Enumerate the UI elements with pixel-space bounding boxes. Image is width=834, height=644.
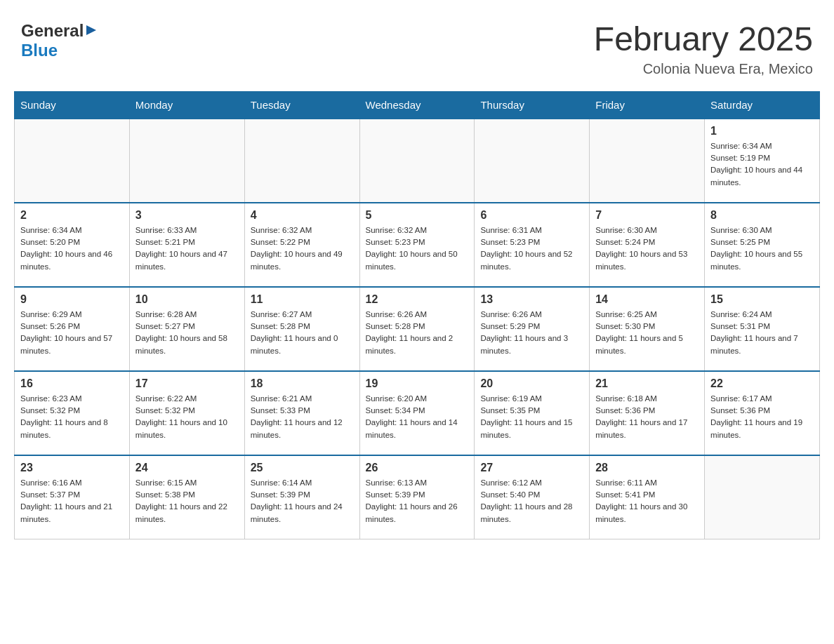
calendar-day-cell: 21Sunrise: 6:18 AM Sunset: 5:36 PM Dayli… — [590, 371, 705, 455]
logo-general-text: General — [21, 21, 84, 41]
calendar-day-cell: 5Sunrise: 6:32 AM Sunset: 5:23 PM Daylig… — [359, 203, 475, 287]
day-info: Sunrise: 6:33 AM Sunset: 5:21 PM Dayligh… — [135, 224, 239, 273]
day-info: Sunrise: 6:15 AM Sunset: 5:38 PM Dayligh… — [135, 477, 239, 525]
day-info: Sunrise: 6:32 AM Sunset: 5:22 PM Dayligh… — [251, 224, 354, 273]
day-info: Sunrise: 6:26 AM Sunset: 5:29 PM Dayligh… — [480, 309, 583, 357]
calendar-day-cell — [359, 119, 475, 203]
calendar-week-row: 23Sunrise: 6:16 AM Sunset: 5:37 PM Dayli… — [15, 455, 820, 539]
calendar-week-row: 16Sunrise: 6:23 AM Sunset: 5:32 PM Dayli… — [15, 371, 820, 455]
day-info: Sunrise: 6:34 AM Sunset: 5:20 PM Dayligh… — [20, 224, 124, 273]
day-info: Sunrise: 6:27 AM Sunset: 5:28 PM Dayligh… — [251, 309, 354, 357]
calendar-week-row: 1Sunrise: 6:34 AM Sunset: 5:19 PM Daylig… — [15, 119, 820, 203]
calendar-day-header: Tuesday — [244, 91, 359, 119]
day-info: Sunrise: 6:17 AM Sunset: 5:36 PM Dayligh… — [710, 393, 814, 441]
day-info: Sunrise: 6:30 AM Sunset: 5:25 PM Dayligh… — [710, 224, 814, 273]
day-number: 20 — [480, 377, 583, 390]
day-info: Sunrise: 6:20 AM Sunset: 5:34 PM Dayligh… — [366, 393, 469, 441]
day-info: Sunrise: 6:12 AM Sunset: 5:40 PM Dayligh… — [480, 477, 583, 525]
day-info: Sunrise: 6:26 AM Sunset: 5:28 PM Dayligh… — [366, 309, 469, 357]
day-number: 21 — [595, 377, 699, 390]
calendar-day-cell: 23Sunrise: 6:16 AM Sunset: 5:37 PM Dayli… — [15, 455, 130, 539]
day-number: 13 — [480, 293, 583, 306]
day-number: 3 — [135, 209, 239, 222]
calendar-day-header: Wednesday — [359, 91, 475, 119]
day-number: 27 — [480, 462, 583, 474]
logo: General Blue — [21, 21, 98, 60]
day-info: Sunrise: 6:11 AM Sunset: 5:41 PM Dayligh… — [595, 477, 699, 525]
day-number: 16 — [20, 377, 124, 390]
day-info: Sunrise: 6:28 AM Sunset: 5:27 PM Dayligh… — [135, 309, 239, 357]
day-number: 24 — [135, 462, 239, 474]
day-info: Sunrise: 6:21 AM Sunset: 5:33 PM Dayligh… — [251, 393, 354, 441]
day-number: 2 — [20, 209, 124, 222]
logo-arrow-icon — [85, 24, 98, 39]
calendar-day-header: Monday — [129, 91, 244, 119]
day-number: 25 — [251, 462, 354, 474]
calendar-day-cell: 28Sunrise: 6:11 AM Sunset: 5:41 PM Dayli… — [590, 455, 705, 539]
calendar-day-cell — [705, 455, 820, 539]
day-number: 11 — [251, 293, 354, 306]
calendar-day-cell: 7Sunrise: 6:30 AM Sunset: 5:24 PM Daylig… — [590, 203, 705, 287]
calendar-day-cell: 15Sunrise: 6:24 AM Sunset: 5:31 PM Dayli… — [705, 287, 820, 371]
day-number: 15 — [710, 293, 814, 306]
calendar-day-cell: 12Sunrise: 6:26 AM Sunset: 5:28 PM Dayli… — [359, 287, 475, 371]
calendar-table: SundayMondayTuesdayWednesdayThursdayFrid… — [14, 91, 820, 540]
day-number: 6 — [480, 209, 583, 222]
day-number: 5 — [366, 209, 469, 222]
day-info: Sunrise: 6:24 AM Sunset: 5:31 PM Dayligh… — [710, 309, 814, 357]
day-info: Sunrise: 6:25 AM Sunset: 5:30 PM Dayligh… — [595, 309, 699, 357]
day-number: 19 — [366, 377, 469, 390]
calendar-day-cell — [15, 119, 130, 203]
day-number: 18 — [251, 377, 354, 390]
calendar-day-header: Saturday — [705, 91, 820, 119]
calendar-day-cell: 25Sunrise: 6:14 AM Sunset: 5:39 PM Dayli… — [244, 455, 359, 539]
day-number: 23 — [20, 462, 124, 474]
day-info: Sunrise: 6:23 AM Sunset: 5:32 PM Dayligh… — [20, 393, 124, 441]
calendar-week-row: 2Sunrise: 6:34 AM Sunset: 5:20 PM Daylig… — [15, 203, 820, 287]
day-info: Sunrise: 6:31 AM Sunset: 5:23 PM Dayligh… — [480, 224, 583, 273]
calendar-day-cell: 6Sunrise: 6:31 AM Sunset: 5:23 PM Daylig… — [475, 203, 590, 287]
day-info: Sunrise: 6:29 AM Sunset: 5:26 PM Dayligh… — [20, 309, 124, 357]
calendar-day-cell: 3Sunrise: 6:33 AM Sunset: 5:21 PM Daylig… — [129, 203, 244, 287]
logo-blue-text: Blue — [21, 41, 58, 60]
calendar-day-header: Thursday — [475, 91, 590, 119]
day-number: 10 — [135, 293, 239, 306]
day-number: 28 — [595, 462, 699, 474]
day-info: Sunrise: 6:14 AM Sunset: 5:39 PM Dayligh… — [251, 477, 354, 525]
month-title: February 2025 — [594, 21, 813, 58]
day-info: Sunrise: 6:34 AM Sunset: 5:19 PM Dayligh… — [710, 140, 814, 189]
calendar-day-header: Friday — [590, 91, 705, 119]
calendar-day-cell: 24Sunrise: 6:15 AM Sunset: 5:38 PM Dayli… — [129, 455, 244, 539]
svg-marker-0 — [86, 25, 96, 35]
day-number: 7 — [595, 209, 699, 222]
day-number: 17 — [135, 377, 239, 390]
day-number: 12 — [366, 293, 469, 306]
day-info: Sunrise: 6:30 AM Sunset: 5:24 PM Dayligh… — [595, 224, 699, 273]
calendar-day-cell: 4Sunrise: 6:32 AM Sunset: 5:22 PM Daylig… — [244, 203, 359, 287]
day-info: Sunrise: 6:16 AM Sunset: 5:37 PM Dayligh… — [20, 477, 124, 525]
day-info: Sunrise: 6:19 AM Sunset: 5:35 PM Dayligh… — [480, 393, 583, 441]
calendar-day-cell: 27Sunrise: 6:12 AM Sunset: 5:40 PM Dayli… — [475, 455, 590, 539]
calendar-day-cell: 19Sunrise: 6:20 AM Sunset: 5:34 PM Dayli… — [359, 371, 475, 455]
calendar-week-row: 9Sunrise: 6:29 AM Sunset: 5:26 PM Daylig… — [15, 287, 820, 371]
calendar-day-cell — [244, 119, 359, 203]
day-info: Sunrise: 6:22 AM Sunset: 5:32 PM Dayligh… — [135, 393, 239, 441]
day-number: 14 — [595, 293, 699, 306]
title-section: February 2025 Colonia Nueva Era, Mexico — [594, 21, 813, 77]
calendar-day-cell: 11Sunrise: 6:27 AM Sunset: 5:28 PM Dayli… — [244, 287, 359, 371]
day-info: Sunrise: 6:32 AM Sunset: 5:23 PM Dayligh… — [366, 224, 469, 273]
calendar-day-cell: 13Sunrise: 6:26 AM Sunset: 5:29 PM Dayli… — [475, 287, 590, 371]
calendar-day-cell: 14Sunrise: 6:25 AM Sunset: 5:30 PM Dayli… — [590, 287, 705, 371]
calendar-day-cell: 2Sunrise: 6:34 AM Sunset: 5:20 PM Daylig… — [15, 203, 130, 287]
location-text: Colonia Nueva Era, Mexico — [594, 61, 813, 77]
calendar-day-cell: 20Sunrise: 6:19 AM Sunset: 5:35 PM Dayli… — [475, 371, 590, 455]
calendar-day-cell: 8Sunrise: 6:30 AM Sunset: 5:25 PM Daylig… — [705, 203, 820, 287]
day-number: 4 — [251, 209, 354, 222]
day-number: 22 — [710, 377, 814, 390]
calendar-day-cell: 18Sunrise: 6:21 AM Sunset: 5:33 PM Dayli… — [244, 371, 359, 455]
page-header: General Blue February 2025 Colonia Nueva… — [14, 14, 820, 77]
calendar-day-cell — [475, 119, 590, 203]
calendar-day-cell: 16Sunrise: 6:23 AM Sunset: 5:32 PM Dayli… — [15, 371, 130, 455]
calendar-header-row: SundayMondayTuesdayWednesdayThursdayFrid… — [15, 91, 820, 119]
day-info: Sunrise: 6:13 AM Sunset: 5:39 PM Dayligh… — [366, 477, 469, 525]
